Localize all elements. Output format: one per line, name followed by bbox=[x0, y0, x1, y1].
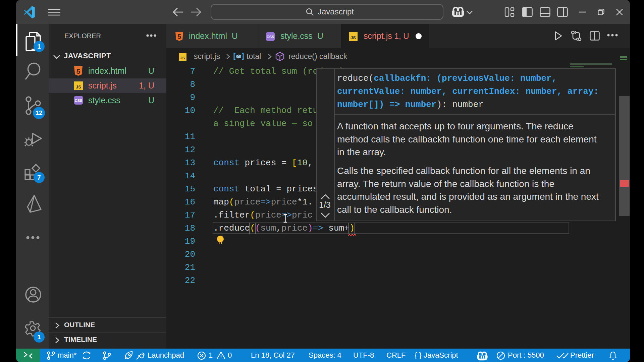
svg-text:JS: JS bbox=[180, 56, 185, 60]
svg-text:JS: JS bbox=[76, 84, 81, 89]
svg-text:CSS: CSS bbox=[267, 35, 274, 39]
svg-text:5: 5 bbox=[76, 67, 80, 75]
svg-text:5: 5 bbox=[177, 33, 181, 40]
svg-text:CSS: CSS bbox=[75, 99, 83, 103]
svg-text:JS: JS bbox=[351, 35, 356, 40]
